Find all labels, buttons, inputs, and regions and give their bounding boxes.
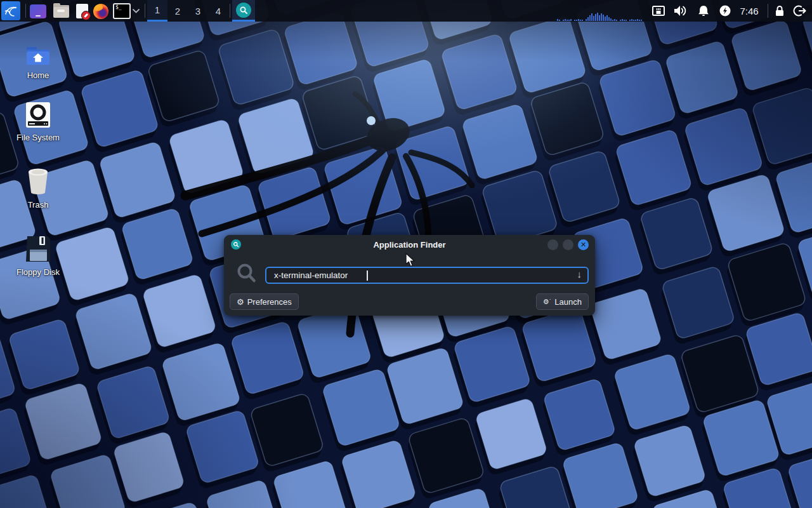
application-finder-panel-button[interactable] bbox=[232, 0, 255, 22]
search-field-container: ↓ bbox=[265, 267, 589, 284]
launcher-terminal[interactable]: $_ bbox=[112, 3, 131, 19]
desktop-icon-file-system[interactable]: File System bbox=[13, 99, 63, 142]
close-button[interactable]: ✕ bbox=[578, 239, 589, 250]
applications-menu-button[interactable] bbox=[1, 1, 20, 20]
lock-icon bbox=[773, 4, 786, 17]
power-bolt-icon bbox=[719, 4, 731, 17]
launch-button[interactable]: ⚙˙ Launch bbox=[536, 293, 589, 310]
purple-window-icon bbox=[30, 4, 46, 18]
kali-logo bbox=[3, 3, 18, 18]
window-title: Application Finder bbox=[224, 240, 595, 250]
panel-separator bbox=[145, 4, 145, 18]
logout-icon bbox=[793, 4, 807, 17]
power-manager-tray-button[interactable] bbox=[717, 3, 733, 18]
panel-separator bbox=[230, 4, 230, 18]
preferences-label: Preferences bbox=[247, 297, 292, 307]
floppy-disk-icon bbox=[13, 234, 63, 263]
app-finder-window-icon bbox=[231, 239, 241, 250]
launcher-text-editor[interactable] bbox=[73, 3, 91, 19]
desktop-icon-label: Home bbox=[13, 70, 63, 80]
workspace-4[interactable]: 4 bbox=[208, 0, 228, 22]
chevron-down-icon bbox=[133, 9, 140, 13]
system-load-graph[interactable] bbox=[557, 13, 646, 21]
minimize-button[interactable] bbox=[547, 239, 558, 250]
clock[interactable]: 7:46 bbox=[734, 0, 764, 22]
terminal-dropdown-button[interactable] bbox=[131, 3, 141, 19]
desktop-icon-trash[interactable]: Trash bbox=[13, 166, 63, 210]
preferences-button[interactable]: ⚙ Preferences bbox=[230, 293, 299, 310]
workspace-2[interactable]: 2 bbox=[167, 0, 188, 22]
text-caret bbox=[367, 271, 368, 281]
desktop-icon-label: Trash bbox=[13, 200, 63, 210]
desktop-icon-home[interactable]: Home bbox=[13, 37, 63, 80]
window-titlebar[interactable]: Application Finder ✕ bbox=[224, 235, 595, 254]
firefox-icon bbox=[93, 4, 108, 19]
desktop-icon-floppy-disk[interactable]: Floppy Disk bbox=[13, 234, 63, 277]
maximize-button[interactable] bbox=[563, 239, 573, 250]
mouse-cursor bbox=[405, 253, 419, 271]
application-finder-window: Application Finder ✕ ↓ ⚙ Preferences ⚙˙ … bbox=[224, 235, 595, 316]
logout-button[interactable] bbox=[792, 3, 808, 18]
document-edit-icon bbox=[76, 4, 88, 18]
gear-icon: ⚙ bbox=[237, 298, 244, 306]
desktop-screen: Home File System Trash bbox=[0, 0, 812, 508]
launcher-firefox[interactable] bbox=[92, 3, 110, 19]
search-icon bbox=[236, 263, 258, 287]
trash-can-icon bbox=[13, 166, 63, 196]
launch-label: Launch bbox=[554, 297, 582, 307]
volume-icon bbox=[673, 4, 687, 17]
volume-tray-button[interactable] bbox=[672, 3, 688, 18]
panel-separator bbox=[768, 4, 768, 18]
panel-separator bbox=[25, 4, 26, 18]
lock-screen-button[interactable] bbox=[772, 3, 787, 18]
dropdown-arrow-icon[interactable]: ↓ bbox=[577, 269, 582, 279]
launcher-files-app[interactable] bbox=[29, 3, 47, 19]
terminal-icon: $_ bbox=[113, 3, 131, 19]
bell-icon bbox=[697, 4, 710, 17]
workspace-1[interactable]: 1 bbox=[147, 0, 167, 22]
desktop-icon-label: Floppy Disk bbox=[13, 267, 63, 277]
desktop-icon-label: File System bbox=[13, 133, 63, 142]
app-finder-icon bbox=[236, 3, 251, 18]
notifications-tray-button[interactable] bbox=[696, 3, 711, 18]
network-tray-button[interactable] bbox=[651, 3, 666, 18]
search-input[interactable] bbox=[266, 268, 587, 283]
hard-disk-icon bbox=[13, 99, 63, 128]
workspace-switcher: 1 2 3 4 bbox=[147, 0, 228, 22]
home-folder-icon bbox=[13, 37, 63, 66]
folder-icon bbox=[53, 5, 69, 18]
launcher-file-manager[interactable] bbox=[52, 3, 70, 19]
top-panel: $_ 1 2 3 4 bbox=[0, 0, 812, 22]
workspace-3[interactable]: 3 bbox=[188, 0, 208, 22]
run-gear-icon: ⚙˙ bbox=[543, 298, 552, 305]
ethernet-icon bbox=[652, 4, 665, 17]
